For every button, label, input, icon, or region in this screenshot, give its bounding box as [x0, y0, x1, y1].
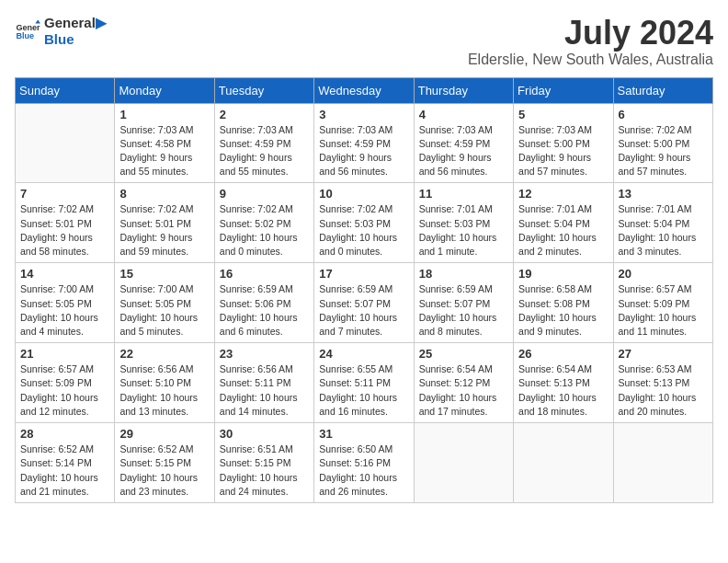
day-info: Sunrise: 6:52 AM Sunset: 5:15 PM Dayligh… — [119, 442, 209, 499]
day-number: 31 — [319, 427, 408, 441]
day-cell: 5Sunrise: 7:03 AM Sunset: 5:00 PM Daylig… — [514, 103, 613, 183]
day-info: Sunrise: 6:50 AM Sunset: 5:16 PM Dayligh… — [319, 442, 408, 499]
day-number: 28 — [20, 427, 109, 441]
day-number: 25 — [419, 347, 508, 361]
day-info: Sunrise: 6:56 AM Sunset: 5:10 PM Dayligh… — [119, 362, 209, 419]
day-cell: 20Sunrise: 6:57 AM Sunset: 5:09 PM Dayli… — [613, 263, 712, 343]
day-cell: 21Sunrise: 6:57 AM Sunset: 5:09 PM Dayli… — [16, 343, 115, 423]
calendar-header-row: SundayMondayTuesdayWednesdayThursdayFrid… — [16, 77, 713, 103]
svg-text:General: General — [16, 23, 40, 32]
day-cell: 10Sunrise: 7:02 AM Sunset: 5:03 PM Dayli… — [314, 183, 414, 263]
logo-text: General▶ Blue — [44, 15, 107, 48]
day-cell: 15Sunrise: 7:00 AM Sunset: 5:05 PM Dayli… — [115, 263, 214, 343]
day-info: Sunrise: 7:02 AM Sunset: 5:00 PM Dayligh… — [619, 123, 708, 179]
day-cell: 1Sunrise: 7:03 AM Sunset: 4:58 PM Daylig… — [115, 103, 214, 183]
day-cell: 8Sunrise: 7:02 AM Sunset: 5:01 PM Daylig… — [115, 183, 214, 263]
week-row-3: 14Sunrise: 7:00 AM Sunset: 5:05 PM Dayli… — [16, 263, 713, 343]
day-info: Sunrise: 7:03 AM Sunset: 4:59 PM Dayligh… — [319, 123, 408, 179]
week-row-4: 21Sunrise: 6:57 AM Sunset: 5:09 PM Dayli… — [16, 343, 713, 423]
day-cell: 6Sunrise: 7:02 AM Sunset: 5:00 PM Daylig… — [613, 103, 712, 183]
day-cell: 25Sunrise: 6:54 AM Sunset: 5:12 PM Dayli… — [414, 343, 513, 423]
page-header: General Blue General▶ Blue July 2024 Eld… — [15, 15, 713, 68]
day-info: Sunrise: 7:02 AM Sunset: 5:02 PM Dayligh… — [220, 202, 309, 259]
day-cell: 18Sunrise: 6:59 AM Sunset: 5:07 PM Dayli… — [414, 263, 513, 343]
day-info: Sunrise: 7:00 AM Sunset: 5:05 PM Dayligh… — [119, 282, 209, 339]
day-number: 3 — [319, 108, 408, 121]
day-cell: 28Sunrise: 6:52 AM Sunset: 5:14 PM Dayli… — [16, 423, 115, 503]
day-info: Sunrise: 6:59 AM Sunset: 5:07 PM Dayligh… — [419, 282, 508, 339]
day-info: Sunrise: 6:54 AM Sunset: 5:12 PM Dayligh… — [419, 362, 508, 419]
week-row-5: 28Sunrise: 6:52 AM Sunset: 5:14 PM Dayli… — [16, 423, 713, 503]
title-block: July 2024 Elderslie, New South Wales, Au… — [468, 15, 713, 68]
day-cell: 22Sunrise: 6:56 AM Sunset: 5:10 PM Dayli… — [115, 343, 214, 423]
day-number: 20 — [619, 267, 708, 281]
day-cell: 31Sunrise: 6:50 AM Sunset: 5:16 PM Dayli… — [314, 423, 414, 503]
header-thursday: Thursday — [414, 77, 513, 103]
day-cell: 14Sunrise: 7:00 AM Sunset: 5:05 PM Dayli… — [16, 263, 115, 343]
header-sunday: Sunday — [16, 77, 115, 103]
day-info: Sunrise: 7:03 AM Sunset: 5:00 PM Dayligh… — [518, 123, 608, 179]
day-info: Sunrise: 7:03 AM Sunset: 4:58 PM Dayligh… — [119, 123, 209, 179]
day-cell: 17Sunrise: 6:59 AM Sunset: 5:07 PM Dayli… — [314, 263, 414, 343]
day-info: Sunrise: 7:02 AM Sunset: 5:03 PM Dayligh… — [319, 202, 408, 259]
day-info: Sunrise: 7:00 AM Sunset: 5:05 PM Dayligh… — [20, 282, 109, 339]
day-info: Sunrise: 7:01 AM Sunset: 5:04 PM Dayligh… — [518, 202, 608, 259]
day-number: 15 — [119, 267, 209, 281]
day-cell — [514, 423, 613, 503]
header-wednesday: Wednesday — [314, 77, 414, 103]
day-cell — [414, 423, 513, 503]
day-number: 9 — [220, 187, 309, 201]
day-number: 18 — [419, 267, 508, 281]
day-cell: 27Sunrise: 6:53 AM Sunset: 5:13 PM Dayli… — [613, 343, 712, 423]
day-info: Sunrise: 7:01 AM Sunset: 5:04 PM Dayligh… — [619, 202, 708, 259]
day-cell — [16, 103, 115, 183]
day-number: 26 — [518, 347, 608, 361]
header-monday: Monday — [115, 77, 214, 103]
day-number: 21 — [20, 347, 109, 361]
day-cell: 13Sunrise: 7:01 AM Sunset: 5:04 PM Dayli… — [613, 183, 712, 263]
day-number: 19 — [518, 267, 608, 281]
day-number: 30 — [220, 427, 309, 441]
day-cell: 16Sunrise: 6:59 AM Sunset: 5:06 PM Dayli… — [214, 263, 313, 343]
day-info: Sunrise: 7:02 AM Sunset: 5:01 PM Dayligh… — [20, 202, 109, 259]
day-info: Sunrise: 6:58 AM Sunset: 5:08 PM Dayligh… — [518, 282, 608, 339]
day-number: 11 — [419, 187, 508, 201]
day-info: Sunrise: 6:56 AM Sunset: 5:11 PM Dayligh… — [220, 362, 309, 419]
header-friday: Friday — [514, 77, 613, 103]
day-cell — [613, 423, 712, 503]
day-number: 7 — [20, 187, 109, 201]
day-number: 5 — [518, 108, 608, 121]
day-cell: 12Sunrise: 7:01 AM Sunset: 5:04 PM Dayli… — [514, 183, 613, 263]
logo-icon: General Blue — [15, 18, 40, 44]
day-number: 10 — [319, 187, 408, 201]
day-number: 29 — [119, 427, 209, 441]
day-number: 8 — [119, 187, 209, 201]
day-number: 14 — [20, 267, 109, 281]
header-saturday: Saturday — [613, 77, 712, 103]
day-info: Sunrise: 6:57 AM Sunset: 5:09 PM Dayligh… — [20, 362, 109, 419]
day-info: Sunrise: 7:01 AM Sunset: 5:03 PM Dayligh… — [419, 202, 508, 259]
svg-text:Blue: Blue — [16, 31, 34, 40]
day-cell: 23Sunrise: 6:56 AM Sunset: 5:11 PM Dayli… — [214, 343, 313, 423]
logo: General Blue General▶ Blue — [15, 15, 107, 48]
location-title: Elderslie, New South Wales, Australia — [468, 52, 713, 68]
day-cell: 11Sunrise: 7:01 AM Sunset: 5:03 PM Dayli… — [414, 183, 513, 263]
week-row-1: 1Sunrise: 7:03 AM Sunset: 4:58 PM Daylig… — [16, 103, 713, 183]
day-cell: 30Sunrise: 6:51 AM Sunset: 5:15 PM Dayli… — [214, 423, 313, 503]
day-number: 24 — [319, 347, 408, 361]
day-info: Sunrise: 6:59 AM Sunset: 5:06 PM Dayligh… — [220, 282, 309, 339]
day-info: Sunrise: 6:59 AM Sunset: 5:07 PM Dayligh… — [319, 282, 408, 339]
day-cell: 26Sunrise: 6:54 AM Sunset: 5:13 PM Dayli… — [514, 343, 613, 423]
day-cell: 19Sunrise: 6:58 AM Sunset: 5:08 PM Dayli… — [514, 263, 613, 343]
day-info: Sunrise: 6:53 AM Sunset: 5:13 PM Dayligh… — [619, 362, 708, 419]
day-number: 16 — [220, 267, 309, 281]
day-number: 23 — [220, 347, 309, 361]
month-title: July 2024 — [468, 15, 713, 52]
day-cell: 4Sunrise: 7:03 AM Sunset: 4:59 PM Daylig… — [414, 103, 513, 183]
day-number: 1 — [119, 108, 209, 121]
day-number: 6 — [619, 108, 708, 121]
day-cell: 24Sunrise: 6:55 AM Sunset: 5:11 PM Dayli… — [314, 343, 414, 423]
day-number: 27 — [619, 347, 708, 361]
day-info: Sunrise: 6:55 AM Sunset: 5:11 PM Dayligh… — [319, 362, 408, 419]
day-info: Sunrise: 6:54 AM Sunset: 5:13 PM Dayligh… — [518, 362, 608, 419]
